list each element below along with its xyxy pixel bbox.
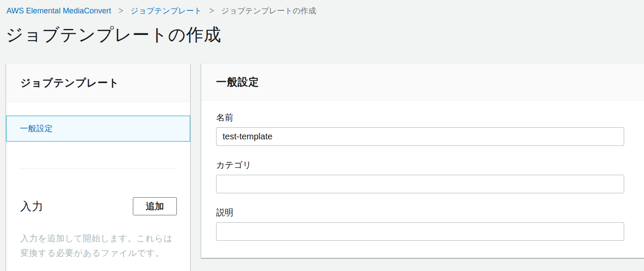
category-field[interactable] xyxy=(216,175,624,193)
breadcrumb: AWS Elemental MediaConvert > ジョブテンプレート >… xyxy=(6,6,635,16)
input-section-heading: 入力 xyxy=(20,199,44,214)
page-header: AWS Elemental MediaConvert > ジョブテンプレート >… xyxy=(0,0,644,45)
sidebar-nav: 一般設定 xyxy=(6,102,190,142)
sidebar-divider xyxy=(20,168,177,169)
name-field-label: 名前 xyxy=(216,113,624,122)
breadcrumb-separator-icon: > xyxy=(209,5,214,16)
job-template-sidebar-panel: ジョブテンプレート 一般設定 入力 追加 入力を追加して開始します。これらは変換… xyxy=(6,63,190,271)
input-section: 入力 追加 入力を追加して開始します。これらは変換する必要があるファイルです。 xyxy=(6,197,190,260)
page-title: ジョブテンプレートの作成 xyxy=(6,24,635,45)
sidebar-item-label: 一般設定 xyxy=(20,123,53,134)
sidebar-item-general-settings[interactable]: 一般設定 xyxy=(6,116,190,142)
name-field[interactable] xyxy=(216,127,624,146)
breadcrumb-current-page: ジョブテンプレートの作成 xyxy=(221,6,316,16)
description-field-label: 説明 xyxy=(216,208,624,217)
add-input-button[interactable]: 追加 xyxy=(133,197,177,215)
breadcrumb-link-job-templates[interactable]: ジョブテンプレート xyxy=(131,6,202,16)
category-field-group: カテゴリ xyxy=(216,160,624,193)
breadcrumb-separator-icon: > xyxy=(118,5,123,16)
breadcrumb-link-mediaconvert[interactable]: AWS Elemental MediaConvert xyxy=(6,6,111,16)
name-field-group: 名前 xyxy=(216,113,624,146)
category-field-label: カテゴリ xyxy=(216,160,624,170)
sidebar-title: ジョブテンプレート xyxy=(6,64,190,102)
general-settings-title: 一般設定 xyxy=(201,64,644,101)
description-field[interactable] xyxy=(216,222,624,241)
description-field-group: 説明 xyxy=(216,208,624,241)
input-section-help-text: 入力を追加して開始します。これらは変換する必要があるファイルです。 xyxy=(20,231,177,260)
general-settings-panel: 一般設定 名前 カテゴリ 説明 xyxy=(201,63,644,258)
general-settings-form: 名前 カテゴリ 説明 xyxy=(201,101,644,241)
content-area: ジョブテンプレート 一般設定 入力 追加 入力を追加して開始します。これらは変換… xyxy=(0,63,644,271)
